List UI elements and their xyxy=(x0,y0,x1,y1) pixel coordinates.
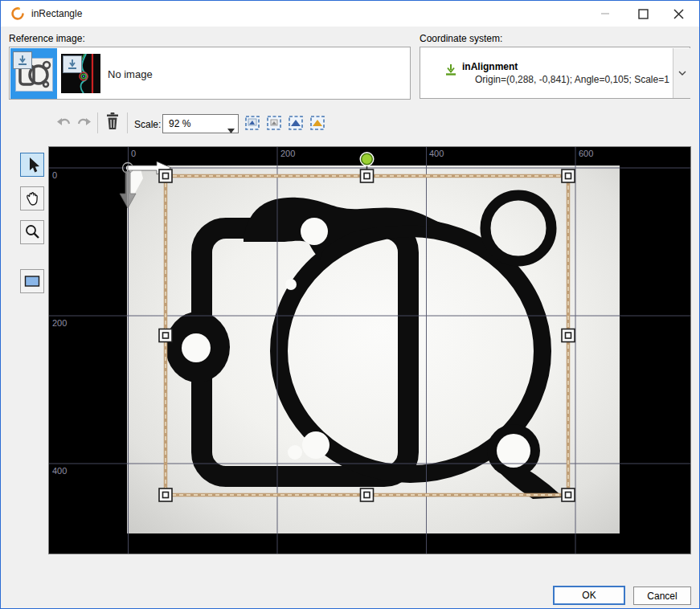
no-image-label: No image xyxy=(108,68,153,80)
canvas-overlay xyxy=(49,147,690,554)
undo-button[interactable] xyxy=(54,113,73,133)
scale-combobox[interactable]: 92 % xyxy=(162,114,239,133)
redo-button[interactable] xyxy=(75,113,94,133)
resize-handle[interactable] xyxy=(562,170,575,182)
resize-handle[interactable] xyxy=(159,488,172,501)
zoom-fit-image-button[interactable] xyxy=(243,113,262,133)
coordinate-name: inAlignment xyxy=(462,61,518,72)
pan-tool-button[interactable] xyxy=(20,186,44,210)
coordinate-system-dropdown[interactable]: inAlignment Origin=(0,288, -0,841); Angl… xyxy=(420,47,690,99)
resize-handle[interactable] xyxy=(562,329,575,342)
dialog-window: inRectangle Reference image: xyxy=(0,0,700,609)
y-axis-arrow xyxy=(120,171,136,208)
trash-icon xyxy=(104,112,121,131)
titlebar: inRectangle xyxy=(1,1,699,27)
rectangle-tool-button[interactable] xyxy=(20,269,44,293)
close-button[interactable] xyxy=(666,5,690,22)
resize-handle[interactable] xyxy=(159,329,172,342)
rectangle-icon xyxy=(23,274,41,288)
resize-handle[interactable] xyxy=(159,170,172,182)
zoom-tool-button[interactable] xyxy=(20,220,44,244)
resize-handle[interactable] xyxy=(361,488,374,501)
selection-rectangle[interactable] xyxy=(159,152,575,501)
ruler-tick-label: 200 xyxy=(52,318,67,328)
select-tool-button[interactable] xyxy=(20,153,44,177)
reference-thumbnail-paths[interactable] xyxy=(61,54,100,93)
toolbar-separator xyxy=(127,112,128,133)
ruler-tick-label: 400 xyxy=(429,149,444,158)
ruler-tick-label: 600 xyxy=(579,149,593,158)
minimize-button xyxy=(593,5,617,22)
combo-arrow-icon[interactable] xyxy=(227,122,235,137)
coordinate-system-label: Coordinate system: xyxy=(420,33,502,44)
region-source-badge xyxy=(63,55,82,73)
magnifier-icon xyxy=(23,223,41,241)
scale-label: Scale: xyxy=(134,119,161,130)
zoom-fit-region-button[interactable] xyxy=(308,113,327,133)
resize-handles xyxy=(159,170,575,501)
scale-value: 92 % xyxy=(169,118,190,129)
ok-button[interactable]: OK xyxy=(553,586,625,605)
reference-thumbnail-selected[interactable] xyxy=(10,48,57,99)
cancel-button[interactable]: Cancel xyxy=(633,587,691,605)
ruler-tick-label: 200 xyxy=(280,149,295,158)
toolbar-separator xyxy=(97,112,98,133)
ruler-tick-label: 400 xyxy=(52,466,67,476)
reference-image-label: Reference image: xyxy=(9,33,85,44)
rotation-handle[interactable] xyxy=(360,152,375,166)
hand-icon xyxy=(23,190,41,207)
ruler-tick-label: 0 xyxy=(52,170,57,180)
reference-image-box: No image xyxy=(9,47,411,100)
resize-handle[interactable] xyxy=(562,488,575,501)
origin-marker xyxy=(120,161,171,208)
resize-handle[interactable] xyxy=(361,170,374,182)
zoom-fit-width-button[interactable] xyxy=(286,113,305,133)
alignment-icon xyxy=(444,63,457,76)
window-title: inRectangle xyxy=(31,8,82,19)
app-logo-icon xyxy=(10,6,25,21)
zoom-original-size-button[interactable] xyxy=(264,113,284,133)
maximize-button[interactable] xyxy=(631,5,655,22)
dropdown-button[interactable] xyxy=(673,48,690,98)
image-canvas[interactable]: 0 200 400 600 0 200 400 xyxy=(48,146,691,554)
ruler-tick-label: 0 xyxy=(131,149,136,158)
chevron-down-icon xyxy=(678,71,686,76)
delete-region-button[interactable] xyxy=(103,112,122,131)
coordinate-details: Origin=(0,288, -0,841); Angle=0,105; Sca… xyxy=(475,74,669,85)
region-source-badge xyxy=(13,51,32,69)
cursor-arrow-icon xyxy=(24,156,40,174)
